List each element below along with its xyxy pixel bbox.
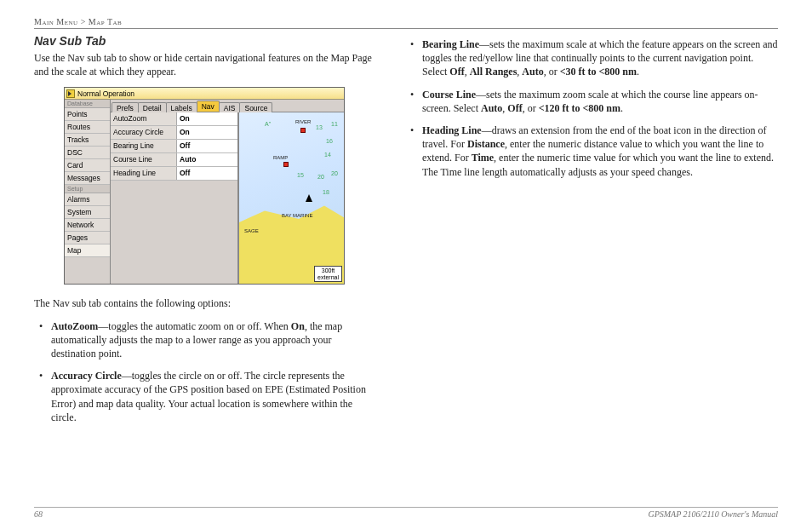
section-title: Nav Sub Tab <box>34 34 375 48</box>
map-preview[interactable]: RIVER RAMP SAGE BAY MARINE A" 13 11 16 1… <box>238 112 344 284</box>
breadcrumb-left: Main Menu <box>34 17 78 26</box>
sidebar-item-pages[interactable]: Pages <box>65 232 110 244</box>
page-number: 68 <box>34 509 43 519</box>
bullet-heading-line: Heading Line—draws an extension from the… <box>422 124 778 179</box>
bullet-bearing-line: Bearing Line—sets the maximum scale at w… <box>422 37 778 79</box>
sidebar-item-routes[interactable]: Routes <box>65 121 110 134</box>
option-value[interactable]: Off <box>177 140 237 152</box>
sidebar-item-system[interactable]: System <box>65 206 110 219</box>
bullet-accuracy-circle: Accuracy Circle—toggles the circle on or… <box>51 369 375 424</box>
embedded-screenshot: Normal Operation Database Points Routes … <box>64 87 345 285</box>
tab-prefs[interactable]: Prefs <box>112 102 139 112</box>
breadcrumb-right: Map Tab <box>89 17 123 26</box>
option-heading-line[interactable]: Heading Line Off <box>111 167 237 181</box>
option-autozoom[interactable]: AutoZoom On <box>111 112 237 126</box>
option-label: Heading Line <box>111 167 177 180</box>
options-intro: The Nav sub tab contains the following o… <box>34 296 375 310</box>
option-label: Accuracy Circle <box>111 126 177 139</box>
option-value[interactable]: Off <box>177 167 237 180</box>
window-titlebar: Normal Operation <box>65 88 344 100</box>
sidebar-header-database: Database <box>65 100 110 108</box>
map-label-marine: BAY MARINE <box>282 213 312 218</box>
document-title: GPSMAP 2106/2110 Owner's Manual <box>648 509 778 519</box>
sidebar: Database Points Routes Tracks DSC Card M… <box>65 100 111 284</box>
tab-nav[interactable]: Nav <box>197 101 220 112</box>
nav-options-panel: AutoZoom On Accuracy Circle On Bearing L… <box>111 112 238 284</box>
option-value[interactable]: On <box>177 126 237 139</box>
right-bullet-list: Bearing Line—sets the maximum scale at w… <box>405 37 778 179</box>
right-column: Bearing Line—sets the maximum scale at w… <box>405 34 778 433</box>
tab-ais[interactable]: AIS <box>219 102 241 112</box>
tab-row: Prefs Detail Labels Nav AIS Source <box>111 100 344 112</box>
page-footer: 68 GPSMAP 2106/2110 Owner's Manual <box>34 507 778 519</box>
breadcrumb: Main Menu > Map Tab <box>34 17 778 29</box>
tab-detail[interactable]: Detail <box>138 102 167 112</box>
sidebar-item-map[interactable]: Map <box>65 244 110 257</box>
sidebar-item-messages[interactable]: Messages <box>65 172 110 185</box>
option-course-line[interactable]: Course Line Auto <box>111 153 237 167</box>
bullet-autozoom: AutoZoom—toggles the automatic zoom on o… <box>51 319 375 361</box>
sidebar-header-setup: Setup <box>65 185 110 193</box>
bullet-term: Heading Line <box>422 124 482 136</box>
sidebar-item-alarms[interactable]: Alarms <box>65 193 110 206</box>
map-label-ramp: RAMP <box>273 155 288 160</box>
sidebar-item-card[interactable]: Card <box>65 159 110 172</box>
option-value[interactable]: On <box>177 112 237 125</box>
tab-source[interactable]: Source <box>239 102 272 112</box>
sidebar-item-points[interactable]: Points <box>65 108 110 121</box>
option-label: Bearing Line <box>111 140 177 152</box>
map-scale-source: external <box>317 274 339 281</box>
map-label-sage: SAGE <box>244 228 259 233</box>
option-bearing-line[interactable]: Bearing Line Off <box>111 140 237 153</box>
map-marker-icon <box>283 162 289 167</box>
map-scale-distance: 300ft <box>317 267 339 274</box>
sidebar-item-network[interactable]: Network <box>65 219 110 232</box>
left-bullet-list: AutoZoom—toggles the automatic zoom on o… <box>34 319 375 424</box>
left-column: Nav Sub Tab Use the Nav sub tab to show … <box>34 34 375 433</box>
map-marker-icon <box>300 128 306 133</box>
option-accuracy-circle[interactable]: Accuracy Circle On <box>111 126 237 140</box>
app-icon <box>66 89 75 98</box>
bullet-term: Course Line <box>422 89 476 101</box>
boat-icon <box>306 194 312 202</box>
sidebar-item-tracks[interactable]: Tracks <box>65 134 110 147</box>
bullet-term: AutoZoom <box>51 320 98 332</box>
bullet-term: Bearing Line <box>422 38 479 50</box>
intro-paragraph: Use the Nav sub tab to show or hide cert… <box>34 51 375 78</box>
map-label-river: RIVER <box>295 119 311 124</box>
sidebar-item-dsc[interactable]: DSC <box>65 147 110 159</box>
breadcrumb-sep: > <box>81 17 86 26</box>
bullet-course-line: Course Line—sets the maximum zoom scale … <box>422 88 778 115</box>
window-title: Normal Operation <box>77 89 134 98</box>
tab-labels[interactable]: Labels <box>166 102 197 112</box>
map-scale-box: 300ft external <box>314 266 342 282</box>
option-label: Course Line <box>111 153 177 166</box>
bullet-term: Accuracy Circle <box>51 370 122 382</box>
option-value[interactable]: Auto <box>177 153 237 166</box>
option-label: AutoZoom <box>111 112 177 125</box>
